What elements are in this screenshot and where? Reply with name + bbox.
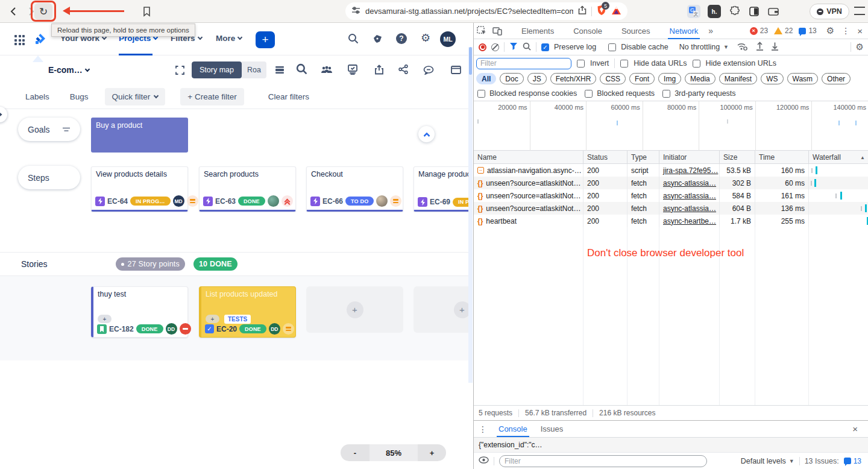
- back-icon[interactable]: [8, 6, 19, 19]
- zoom-in-button[interactable]: +: [418, 444, 446, 461]
- network-settings-icon[interactable]: ⚙: [856, 42, 864, 52]
- device-toolbar-icon[interactable]: [489, 24, 505, 38]
- add-story-placeholder[interactable]: +: [414, 286, 473, 333]
- tab-sources[interactable]: Sources: [616, 23, 656, 39]
- tab-elements[interactable]: Elements: [516, 23, 559, 39]
- drawer-menu-icon[interactable]: ⋮: [479, 424, 487, 434]
- network-request-row[interactable]: {}unseen?source=atlaskitNot… 200 fetch a…: [474, 189, 868, 202]
- preserve-log-checkbox[interactable]: ✓: [541, 43, 549, 51]
- share-icon[interactable]: [578, 5, 587, 17]
- issues-label[interactable]: 13 Issues:: [805, 457, 839, 465]
- jira-logo-icon[interactable]: [34, 33, 47, 48]
- chip-js[interactable]: JS: [527, 73, 547, 84]
- zoom-out-button[interactable]: -: [341, 444, 370, 461]
- chip-manifest[interactable]: Manifest: [719, 73, 757, 84]
- help-icon[interactable]: ?: [394, 31, 409, 46]
- steps-row-label[interactable]: Steps: [18, 166, 80, 189]
- export-har-icon[interactable]: [771, 42, 779, 52]
- assignee-avatar[interactable]: DD: [269, 323, 280, 335]
- bookmark-icon[interactable]: [142, 6, 151, 19]
- scroll-up-button[interactable]: [418, 126, 435, 142]
- log-levels-dropdown[interactable]: Default levels▼: [741, 457, 794, 465]
- tests-tag[interactable]: TESTS: [224, 315, 251, 324]
- close-drawer-icon[interactable]: ×: [852, 424, 858, 434]
- throttling-dropdown[interactable]: No throttling▼: [679, 43, 729, 51]
- vertical-scrollbar[interactable]: [468, 47, 473, 383]
- initiator-link[interactable]: jira-spa.72fe95…: [663, 166, 718, 175]
- chip-img[interactable]: Img: [658, 73, 681, 84]
- filter-funnel-icon[interactable]: [509, 42, 518, 52]
- step-card[interactable]: Manage products EC-69 IN PROG…: [414, 166, 473, 212]
- extensions-puzzle-icon[interactable]: [728, 5, 741, 18]
- disable-cache-checkbox[interactable]: [608, 43, 616, 51]
- kebab-menu-icon[interactable]: ⋮: [841, 26, 850, 36]
- issues-counter[interactable]: 13: [844, 457, 861, 465]
- assignee-avatar[interactable]: [268, 195, 279, 207]
- col-type[interactable]: Type: [627, 151, 659, 164]
- chip-css[interactable]: CSS: [600, 73, 626, 84]
- translate-extension-icon[interactable]: G文: [687, 5, 700, 18]
- issues-count[interactable]: 13: [799, 27, 816, 35]
- initiator-link[interactable]: async-atlassia…: [663, 192, 716, 200]
- network-search-icon[interactable]: [523, 42, 531, 52]
- assignee-avatar[interactable]: MD: [173, 195, 184, 207]
- invert-checkbox[interactable]: [577, 60, 585, 68]
- people-icon[interactable]: [319, 63, 334, 77]
- live-expression-eye-icon[interactable]: [479, 456, 489, 465]
- assignee-avatar[interactable]: DD: [166, 323, 177, 335]
- initiator-link[interactable]: async-heartbe…: [663, 217, 716, 225]
- search-board-icon[interactable]: [294, 61, 309, 76]
- user-avatar[interactable]: ML: [440, 31, 456, 47]
- network-overview-timeline[interactable]: 20000 ms 40000 ms 60000 ms 80000 ms 1000…: [474, 101, 868, 151]
- share-icon[interactable]: [396, 62, 410, 77]
- selected-checkbox[interactable]: ✓: [205, 324, 214, 333]
- wallet-icon[interactable]: [767, 5, 780, 18]
- tab-story-map[interactable]: Story map: [192, 61, 242, 78]
- devtools-settings-icon[interactable]: ⚙: [826, 25, 834, 36]
- h-extension-icon[interactable]: h.: [708, 5, 721, 18]
- settings-gear-icon[interactable]: ⚙: [418, 31, 433, 45]
- initiator-link[interactable]: async-atlassia…: [663, 204, 716, 213]
- col-size[interactable]: Size: [720, 151, 755, 164]
- brave-shield-icon[interactable]: 5: [597, 5, 606, 17]
- story-card-selected[interactable]: List products updated + TESTS ✓ EC-20 DO…: [199, 286, 296, 338]
- brave-rewards-icon[interactable]: [611, 6, 621, 17]
- more-tabs-icon[interactable]: »: [708, 26, 713, 36]
- create-filter-button[interactable]: + Create filter: [180, 88, 244, 105]
- record-icon[interactable]: [479, 43, 486, 51]
- feedback-icon[interactable]: [421, 63, 436, 77]
- rows-layout-icon[interactable]: [272, 63, 287, 77]
- notification-icon[interactable]: [370, 31, 385, 46]
- story-card[interactable]: thuy test + EC-182 DONE DD: [91, 286, 188, 338]
- network-request-row[interactable]: {}unseen?source=atlaskitNot… 200 fetch a…: [474, 177, 868, 189]
- clear-icon[interactable]: [491, 43, 499, 51]
- drawer-tab-console[interactable]: Console: [493, 421, 533, 437]
- dark-mode-extension-icon[interactable]: [747, 5, 761, 18]
- export-icon[interactable]: [372, 62, 386, 77]
- col-name[interactable]: Name: [474, 151, 583, 164]
- chip-doc[interactable]: Doc: [500, 73, 523, 84]
- network-conditions-icon[interactable]: [737, 42, 747, 52]
- import-har-icon[interactable]: [756, 42, 764, 52]
- site-settings-icon[interactable]: [351, 6, 360, 16]
- third-party-checkbox[interactable]: [662, 90, 670, 98]
- chip-all[interactable]: All: [476, 73, 496, 84]
- chip-fetch-xhr[interactable]: Fetch/XHR: [550, 73, 597, 84]
- col-status[interactable]: Status: [583, 151, 627, 164]
- network-filter-input[interactable]: [476, 58, 571, 69]
- col-initiator[interactable]: Initiator: [659, 151, 720, 164]
- goal-card[interactable]: Buy a product: [91, 118, 188, 153]
- address-bar[interactable]: devsamurai-stg.atlassian.net/projects/EC…: [345, 2, 627, 20]
- add-button[interactable]: +: [206, 315, 219, 323]
- project-selector[interactable]: E-com…: [48, 65, 89, 75]
- add-story-placeholder[interactable]: +: [306, 286, 403, 333]
- vpn-button[interactable]: VPN: [810, 4, 849, 19]
- url-text[interactable]: devsamurai-stg.atlassian.net/projects/EC…: [365, 7, 573, 16]
- add-button[interactable]: +: [98, 315, 112, 323]
- initiator-link[interactable]: async-atlassia…: [663, 179, 716, 187]
- drawer-tab-issues[interactable]: Issues: [535, 421, 569, 437]
- nav-more[interactable]: More: [216, 34, 242, 43]
- chip-ws[interactable]: WS: [761, 73, 783, 84]
- console-filter-input[interactable]: [499, 455, 707, 467]
- blocked-requests-checkbox[interactable]: [585, 90, 593, 98]
